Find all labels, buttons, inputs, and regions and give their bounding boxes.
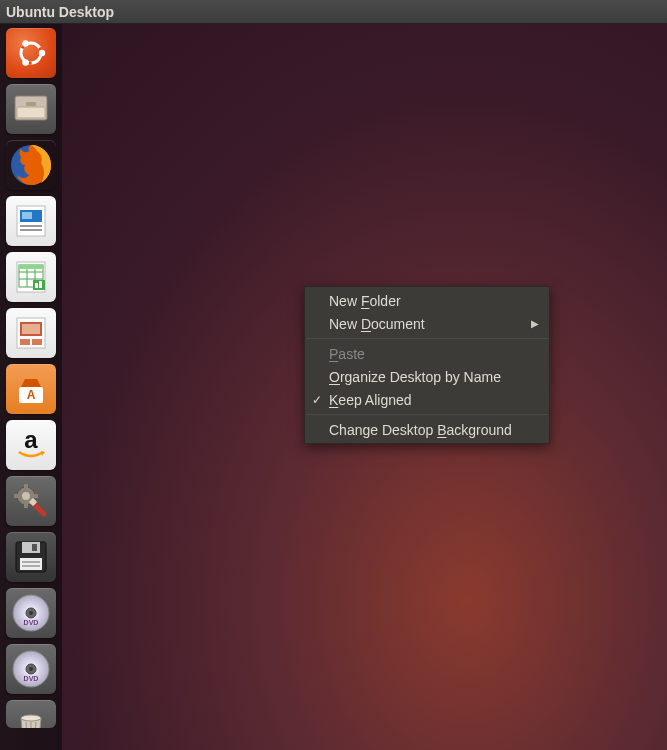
desktop-title: Ubuntu Desktop — [6, 4, 114, 20]
svg-text:DVD: DVD — [24, 675, 39, 682]
dvd-icon: DVD — [6, 644, 56, 694]
launcher-calc[interactable] — [6, 252, 56, 302]
svg-point-3 — [22, 40, 28, 46]
firefox-icon — [6, 140, 56, 190]
launcher: A a — [0, 24, 62, 750]
svg-rect-43 — [22, 561, 40, 563]
menu-item-organize-desktop-by-name[interactable]: Organize Desktop by Name — [305, 365, 549, 388]
floppy-icon — [6, 532, 56, 582]
settings-icon — [6, 476, 56, 526]
svg-point-47 — [29, 611, 33, 615]
amazon-icon: a — [6, 420, 56, 470]
svg-rect-40 — [22, 542, 40, 553]
desktop-context-menu: New FolderNew Document▶PasteOrganize Des… — [304, 286, 550, 444]
menu-separator — [306, 338, 548, 339]
launcher-impress[interactable] — [6, 308, 56, 358]
menu-item-label: New Document — [329, 316, 425, 332]
svg-rect-37 — [33, 494, 38, 498]
svg-point-4 — [22, 59, 28, 65]
menu-separator — [306, 414, 548, 415]
writer-icon — [6, 196, 56, 246]
launcher-files[interactable] — [6, 84, 56, 134]
calc-icon — [6, 252, 56, 302]
svg-rect-13 — [20, 229, 42, 231]
svg-rect-35 — [24, 503, 28, 508]
svg-rect-36 — [14, 494, 19, 498]
svg-point-53 — [21, 715, 41, 721]
menu-item-new-document[interactable]: New Document▶ — [305, 312, 549, 335]
menu-item-paste: Paste — [305, 342, 549, 365]
submenu-arrow-icon: ▶ — [531, 318, 539, 329]
svg-rect-42 — [20, 558, 42, 570]
launcher-software-center[interactable]: A — [6, 364, 56, 414]
launcher-floppy[interactable] — [6, 532, 56, 582]
menu-item-keep-aligned[interactable]: ✓Keep Aligned — [305, 388, 549, 411]
launcher-trash[interactable] — [6, 700, 56, 728]
top-panel: Ubuntu Desktop — [0, 0, 667, 24]
svg-point-33 — [22, 492, 30, 500]
svg-text:a: a — [24, 426, 38, 453]
menu-item-label: Paste — [329, 346, 365, 362]
svg-rect-34 — [24, 484, 28, 489]
ubuntu-logo-icon — [6, 28, 56, 78]
svg-point-51 — [29, 667, 33, 671]
launcher-dvd-2[interactable]: DVD — [6, 644, 56, 694]
svg-point-2 — [39, 50, 45, 56]
svg-rect-20 — [19, 265, 43, 269]
launcher-dash-home[interactable] — [6, 28, 56, 78]
check-icon: ✓ — [312, 393, 322, 407]
menu-item-new-folder[interactable]: New Folder — [305, 289, 549, 312]
svg-rect-28 — [32, 339, 42, 345]
svg-rect-41 — [32, 544, 37, 551]
svg-rect-12 — [20, 225, 42, 227]
impress-icon — [6, 308, 56, 358]
launcher-dvd-1[interactable]: DVD — [6, 588, 56, 638]
launcher-system-settings[interactable] — [6, 476, 56, 526]
software-center-icon: A — [6, 364, 56, 414]
svg-rect-26 — [22, 324, 40, 334]
launcher-writer[interactable] — [6, 196, 56, 246]
menu-item-label: Organize Desktop by Name — [329, 369, 501, 385]
svg-rect-23 — [39, 281, 42, 288]
menu-item-label: Change Desktop Background — [329, 422, 512, 438]
files-icon — [6, 84, 56, 134]
launcher-firefox[interactable] — [6, 140, 56, 190]
svg-rect-22 — [35, 283, 38, 288]
dvd-icon: DVD — [6, 588, 56, 638]
svg-text:A: A — [27, 388, 36, 402]
svg-rect-27 — [20, 339, 30, 345]
svg-rect-11 — [22, 212, 32, 219]
svg-rect-44 — [22, 565, 40, 567]
svg-rect-6 — [17, 107, 45, 118]
launcher-amazon[interactable]: a — [6, 420, 56, 470]
svg-rect-7 — [26, 102, 36, 106]
menu-item-label: New Folder — [329, 293, 401, 309]
trash-icon — [6, 700, 56, 728]
svg-text:DVD: DVD — [24, 619, 39, 626]
menu-item-label: Keep Aligned — [329, 392, 412, 408]
menu-item-change-desktop-background[interactable]: Change Desktop Background — [305, 418, 549, 441]
